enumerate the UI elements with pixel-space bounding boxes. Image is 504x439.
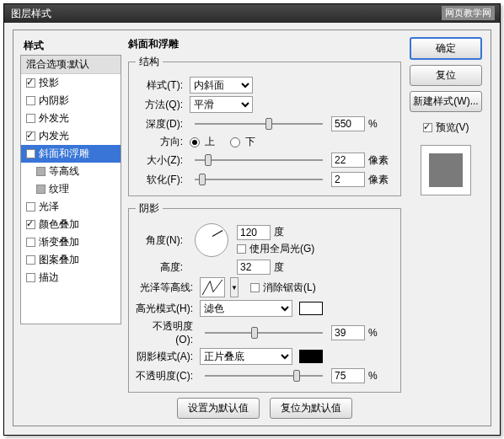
- make-default-button[interactable]: 设置为默认值: [177, 398, 260, 419]
- size-unit: 像素: [368, 153, 394, 168]
- style-item-9[interactable]: 渐变叠加: [21, 233, 121, 251]
- preview-label: 预览(V): [436, 120, 469, 135]
- watermark: 网页教学网: [442, 6, 495, 20]
- style-checkbox[interactable]: [26, 96, 35, 105]
- angle-label: 角度(N):: [136, 233, 186, 248]
- reset-default-button[interactable]: 复位为默认值: [270, 398, 352, 419]
- preview-checkbox[interactable]: [423, 123, 432, 132]
- size-label: 大小(Z):: [136, 153, 186, 168]
- style-checkbox[interactable]: [26, 273, 35, 282]
- style-checkbox[interactable]: [26, 255, 35, 265]
- style-item-6[interactable]: 纹理: [21, 180, 121, 198]
- style-item-label: 内阴影: [39, 94, 69, 108]
- dialog-window: 图层样式 网页教学网 样式 混合选项:默认 投影内阴影外发光内发光斜面和浮雕等高…: [3, 3, 501, 436]
- sub-marker-icon[interactable]: [36, 185, 46, 194]
- angle-widget[interactable]: [195, 223, 228, 257]
- highlight-opacity-unit: %: [368, 327, 394, 339]
- styles-header: 样式: [20, 37, 121, 55]
- style-item-2[interactable]: 外发光: [21, 110, 121, 127]
- depth-unit: %: [368, 118, 394, 130]
- dialog-content: 样式 混合选项:默认 投影内阴影外发光内发光斜面和浮雕等高线纹理光泽颜色叠加渐变…: [13, 29, 491, 426]
- altitude-input[interactable]: [237, 260, 271, 275]
- global-light-checkbox[interactable]: [237, 244, 246, 254]
- highlight-opacity-input[interactable]: [331, 325, 365, 340]
- style-item-label: 渐变叠加: [39, 235, 79, 249]
- style-item-label: 外发光: [39, 111, 69, 126]
- highlight-opacity-slider[interactable]: [205, 324, 323, 341]
- bottom-buttons: 设置为默认值 复位为默认值: [128, 398, 401, 419]
- style-item-label: 内发光: [39, 129, 69, 143]
- preview-swatch: [429, 153, 463, 187]
- style-checkbox[interactable]: [26, 114, 35, 123]
- contour-dropdown-icon[interactable]: ▼: [230, 277, 239, 297]
- soften-unit: 像素: [368, 173, 394, 187]
- new-style-button[interactable]: 新建样式(W)...: [410, 91, 482, 112]
- direction-down-radio[interactable]: [230, 137, 240, 147]
- style-item-5[interactable]: 等高线: [21, 163, 121, 180]
- cancel-button[interactable]: 复位: [410, 65, 482, 86]
- titlebar: 图层样式 网页教学网: [4, 4, 500, 23]
- shadow-opacity-input[interactable]: [331, 368, 365, 383]
- style-checkbox[interactable]: [26, 220, 35, 229]
- style-item-label: 光泽: [39, 200, 59, 214]
- style-checkbox[interactable]: [26, 238, 35, 247]
- style-label: 样式(T):: [136, 78, 186, 93]
- depth-input[interactable]: [331, 116, 365, 131]
- style-item-7[interactable]: 光泽: [21, 198, 121, 216]
- soften-label: 软化(F):: [136, 173, 186, 187]
- highlight-mode-select[interactable]: 滤色: [200, 300, 292, 317]
- down-label: 下: [245, 135, 255, 149]
- gloss-contour-picker[interactable]: [200, 277, 225, 297]
- blend-options-header[interactable]: 混合选项:默认: [21, 56, 121, 74]
- shading-group: 阴影 角度(N): 度 使用全局光(G): [128, 201, 401, 393]
- soften-slider[interactable]: [195, 171, 323, 188]
- global-light-label: 使用全局光(G): [249, 242, 314, 256]
- style-item-0[interactable]: 投影: [21, 74, 121, 92]
- preview-box: [421, 145, 471, 195]
- altitude-unit: 度: [274, 260, 299, 275]
- technique-label: 方法(Q):: [136, 98, 186, 112]
- highlight-opacity-label: 不透明度(O):: [136, 319, 196, 345]
- ok-button[interactable]: 确定: [410, 37, 482, 60]
- sub-marker-icon[interactable]: [36, 167, 46, 176]
- direction-label: 方向:: [136, 135, 186, 149]
- window-title: 图层样式: [11, 8, 51, 19]
- style-select[interactable]: 内斜面: [190, 77, 253, 94]
- altitude-label: 高度:: [136, 260, 186, 275]
- technique-select[interactable]: 平滑: [190, 96, 253, 113]
- shadow-color-swatch[interactable]: [299, 350, 323, 363]
- left-panel: 样式 混合选项:默认 投影内阴影外发光内发光斜面和浮雕等高线纹理光泽颜色叠加渐变…: [20, 37, 121, 419]
- style-checkbox[interactable]: [26, 149, 35, 158]
- direction-up-radio[interactable]: [190, 137, 200, 147]
- style-item-11[interactable]: 描边: [21, 269, 121, 286]
- angle-input[interactable]: [237, 225, 271, 240]
- style-item-10[interactable]: 图案叠加: [21, 251, 121, 269]
- style-checkbox[interactable]: [26, 202, 35, 211]
- depth-slider[interactable]: [195, 115, 323, 132]
- size-input[interactable]: [331, 153, 365, 168]
- structure-legend: 结构: [136, 55, 163, 69]
- center-panel: 斜面和浮雕 结构 样式(T): 内斜面 方法(Q): 平滑 深度(D): %: [128, 37, 401, 419]
- style-item-label: 投影: [39, 76, 59, 90]
- shadow-mode-label: 阴影模式(A):: [136, 350, 196, 364]
- style-item-1[interactable]: 内阴影: [21, 92, 121, 110]
- style-item-4[interactable]: 斜面和浮雕: [21, 145, 121, 163]
- shadow-opacity-slider[interactable]: [205, 367, 323, 384]
- shadow-mode-select[interactable]: 正片叠底: [200, 348, 292, 365]
- soften-input[interactable]: [331, 172, 365, 187]
- antialias-label: 消除锯齿(L): [263, 281, 316, 295]
- angle-unit: 度: [274, 225, 299, 239]
- antialias-checkbox[interactable]: [250, 283, 260, 292]
- style-checkbox[interactable]: [26, 131, 35, 141]
- shadow-opacity-unit: %: [368, 370, 394, 382]
- style-item-label: 图案叠加: [39, 253, 79, 267]
- gloss-label: 光泽等高线:: [136, 281, 196, 295]
- highlight-color-swatch[interactable]: [299, 302, 323, 315]
- style-item-8[interactable]: 颜色叠加: [21, 216, 121, 233]
- style-item-3[interactable]: 内发光: [21, 127, 121, 145]
- style-item-label: 斜面和浮雕: [39, 147, 89, 161]
- style-checkbox[interactable]: [26, 78, 35, 88]
- effect-title: 斜面和浮雕: [128, 37, 401, 51]
- shadow-opacity-label: 不透明度(C):: [136, 369, 196, 383]
- size-slider[interactable]: [195, 152, 323, 169]
